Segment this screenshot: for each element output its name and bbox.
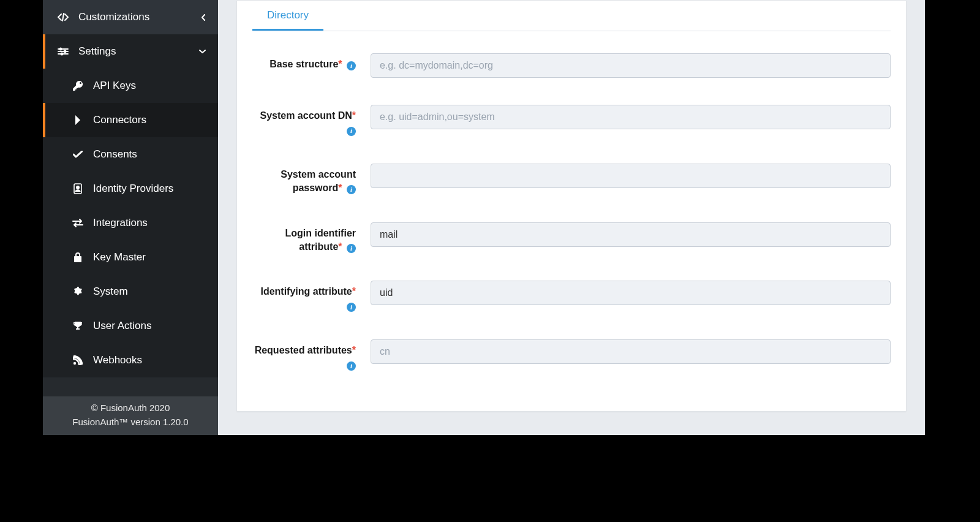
rss-icon (70, 355, 86, 365)
row-system-account-dn: System account DN* i (252, 105, 891, 137)
sidebar-subitem-identity-providers[interactable]: Identity Providers (43, 172, 218, 206)
footer-version: FusionAuth™ version 1.20.0 (43, 415, 218, 429)
form-panel: Directory Base structure* i System accou… (236, 0, 907, 412)
input-base-structure[interactable] (371, 53, 891, 78)
sidebar-item-customizations[interactable]: Customizations (43, 0, 218, 34)
row-system-account-password: System account password* i (252, 164, 891, 195)
input-requested-attributes[interactable] (371, 339, 891, 364)
sidebar-item-label: Customizations (78, 11, 149, 23)
sidebar-subitem-label: Consents (93, 148, 137, 161)
id-card-icon (70, 183, 86, 194)
required-asterisk: * (352, 110, 356, 121)
info-icon[interactable]: i (347, 244, 356, 253)
svg-point-4 (77, 186, 79, 189)
info-icon[interactable]: i (347, 303, 356, 312)
sidebar-subitem-integrations[interactable]: Integrations (43, 206, 218, 240)
required-asterisk: * (338, 59, 342, 69)
sidebar-footer: © FusionAuth 2020 FusionAuth™ version 1.… (43, 396, 218, 435)
label-requested-attributes: Requested attributes* i (252, 339, 360, 371)
sliders-icon (55, 47, 71, 56)
sidebar-subitem-label: System (93, 286, 128, 298)
trophy-icon (70, 321, 86, 331)
sidebar-subitem-connectors[interactable]: Connectors (43, 103, 218, 137)
lock-icon (70, 252, 86, 262)
sidebar-subitem-key-master[interactable]: Key Master (43, 240, 218, 274)
sidebar-subitem-system[interactable]: System (43, 274, 218, 309)
sidebar-subitem-label: Identity Providers (93, 183, 173, 195)
input-login-identifier-attribute[interactable] (371, 222, 891, 247)
sidebar: Customizations Settings API Keys (43, 0, 218, 435)
code-icon (55, 13, 71, 21)
sidebar-subitem-consents[interactable]: Consents (43, 137, 218, 172)
label-system-account-password: System account password* i (252, 164, 360, 195)
sidebar-nav: Customizations Settings API Keys (43, 0, 218, 396)
chevron-left-icon (202, 14, 206, 21)
svg-point-5 (74, 362, 76, 365)
footer-copyright: © FusionAuth 2020 (43, 401, 218, 415)
svg-point-1 (64, 50, 66, 52)
label-base-structure: Base structure* i (252, 53, 360, 71)
svg-point-2 (61, 53, 62, 55)
row-login-identifier-attribute: Login identifier attribute* i (252, 222, 891, 254)
sidebar-subitem-label: Connectors (93, 114, 146, 126)
sidebar-subitem-webhooks[interactable]: Webhooks (43, 343, 218, 377)
sidebar-subitem-user-actions[interactable]: User Actions (43, 309, 218, 343)
info-icon[interactable]: i (347, 361, 356, 371)
chevron-right-icon (70, 115, 86, 125)
sidebar-item-settings[interactable]: Settings (43, 34, 218, 69)
row-identifying-attribute: Identifying attribute* i (252, 281, 891, 312)
label-identifying-attribute: Identifying attribute* i (252, 281, 360, 312)
sidebar-subitem-label: User Actions (93, 320, 151, 332)
row-base-structure: Base structure* i (252, 53, 891, 78)
sidebar-subitem-label: Integrations (93, 217, 148, 229)
tab-bar: Directory (252, 1, 891, 31)
required-asterisk: * (352, 286, 356, 297)
gear-icon (70, 287, 86, 297)
sidebar-subitem-label: Webhooks (93, 354, 142, 366)
label-system-account-dn: System account DN* i (252, 105, 360, 137)
sidebar-subitem-label: API Keys (93, 80, 136, 92)
input-system-account-dn[interactable] (371, 105, 891, 129)
input-system-account-password[interactable] (371, 164, 891, 188)
main-content: Directory Base structure* i System accou… (218, 0, 925, 435)
info-icon[interactable]: i (347, 127, 356, 136)
exchange-icon (70, 219, 86, 227)
row-requested-attributes: Requested attributes* i (252, 339, 891, 371)
tab-directory[interactable]: Directory (252, 1, 323, 31)
sidebar-subitem-label: Key Master (93, 251, 146, 263)
chevron-down-icon (199, 50, 206, 54)
required-asterisk: * (352, 345, 356, 355)
svg-point-0 (59, 48, 61, 50)
required-asterisk: * (338, 183, 342, 193)
info-icon[interactable]: i (347, 185, 356, 194)
label-login-identifier-attribute: Login identifier attribute* i (252, 222, 360, 254)
sidebar-item-label: Settings (78, 45, 116, 58)
info-icon[interactable]: i (347, 61, 356, 70)
sidebar-subitem-api-keys[interactable]: API Keys (43, 69, 218, 103)
key-icon (70, 81, 86, 91)
check-icon (70, 151, 86, 158)
required-asterisk: * (338, 241, 342, 252)
input-identifying-attribute[interactable] (371, 281, 891, 305)
